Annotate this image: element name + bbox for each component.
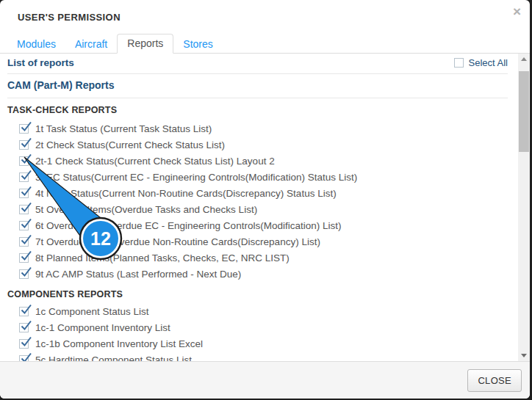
report-label: 9t AC AMP Status (Last Performed - Next … xyxy=(35,269,241,280)
tab-label: Modules xyxy=(17,38,56,50)
check-icon xyxy=(20,218,32,230)
report-checkbox[interactable] xyxy=(19,140,29,150)
check-icon xyxy=(20,250,32,262)
check-icon xyxy=(20,170,32,181)
report-row[interactable]: 9t AC AMP Status (Last Performed - Next … xyxy=(7,266,508,282)
report-label: 1t Task Status (Current Task Status List… xyxy=(35,123,212,134)
check-icon xyxy=(20,186,32,197)
report-checkbox[interactable] xyxy=(19,237,29,247)
scroll-up-button[interactable] xyxy=(518,54,530,65)
report-row[interactable]: 1c-1 Component Inventory List xyxy=(7,319,508,335)
report-checkbox[interactable] xyxy=(19,355,29,362)
check-icon xyxy=(20,266,32,278)
select-all-label: Select All xyxy=(469,57,508,68)
dialog-header: USER'S PERMISSION × xyxy=(0,0,530,35)
report-label: 1c-1 Component Inventory List xyxy=(35,322,170,333)
report-checkbox[interactable] xyxy=(19,253,29,263)
report-checkbox[interactable] xyxy=(19,156,29,166)
report-checkbox[interactable] xyxy=(19,205,29,214)
report-row[interactable]: 5c Hardtime Component Status List xyxy=(7,352,508,361)
report-checkbox[interactable] xyxy=(19,339,29,349)
report-label: 1c-1b Component Inventory List Excel xyxy=(35,338,203,349)
report-row[interactable]: 2t Check Status(Current Check Status Lis… xyxy=(7,137,508,153)
task-check-reports-title: TASK-CHECK REPORTS xyxy=(7,105,508,115)
check-icon xyxy=(20,320,32,332)
report-label: 1c Component Status List xyxy=(35,306,149,317)
dialog-title: USER'S PERMISSION xyxy=(18,12,121,23)
report-checkbox[interactable] xyxy=(19,124,29,134)
select-all[interactable]: Select All xyxy=(454,57,508,68)
report-row[interactable]: 8t Planned Items(Planned Tasks, Checks, … xyxy=(7,250,508,266)
report-label: 2t Check Status(Current Check Status Lis… xyxy=(35,139,225,150)
report-checkbox[interactable] xyxy=(19,221,29,230)
close-button[interactable]: CLOSE xyxy=(467,369,522,392)
cam-reports-title: CAM (Part-M) Reports xyxy=(7,79,114,91)
list-of-reports-title: List of reports xyxy=(7,57,74,68)
report-row[interactable]: 5t Overdue Items(Overdue Tasks and Check… xyxy=(7,201,508,217)
tab[interactable]: Modules xyxy=(7,35,65,54)
tab-bar: Modules Aircraft Reports Stores xyxy=(0,35,530,54)
check-icon xyxy=(20,137,32,149)
scroll-down-icon xyxy=(521,354,527,357)
tab[interactable]: Stores xyxy=(173,35,222,54)
report-row[interactable]: 4t NRC Status(Current Non-Routine Cards(… xyxy=(7,185,508,201)
check-icon xyxy=(20,304,32,316)
close-icon[interactable]: × xyxy=(513,4,521,18)
report-label: 4t NRC Status(Current Non-Routine Cards(… xyxy=(35,188,337,199)
check-icon xyxy=(20,352,32,362)
report-row[interactable]: 7t Overdue NRC(Overdue Non-Routine Cards… xyxy=(7,233,508,250)
tab[interactable]: Reports xyxy=(117,34,173,54)
tab-label: Stores xyxy=(183,38,212,50)
dialog-footer: CLOSE xyxy=(0,361,530,399)
group-title-row: CAM (Part-M) Reports xyxy=(7,74,508,98)
report-row[interactable]: 1c-1b Component Inventory List Excel xyxy=(7,335,508,352)
report-label: 6t Overdue EC(Overdue EC - Engineering C… xyxy=(35,220,341,231)
select-all-checkbox[interactable] xyxy=(454,58,464,68)
vertical-scrollbar[interactable] xyxy=(518,54,530,361)
report-row[interactable]: 1c Component Status List xyxy=(7,303,508,319)
scrollbar-thumb[interactable] xyxy=(519,71,529,152)
reports-panel: List of reports Select All CAM (Part-M) … xyxy=(0,54,530,361)
report-checkbox[interactable] xyxy=(19,189,29,198)
report-checkbox[interactable] xyxy=(19,269,29,279)
report-checkbox[interactable] xyxy=(19,323,29,332)
report-label: 5t Overdue Items(Overdue Tasks and Check… xyxy=(35,204,257,215)
tab-label: Reports xyxy=(127,37,163,49)
check-icon xyxy=(20,153,32,165)
report-checkbox[interactable] xyxy=(19,172,29,182)
report-label: 2t-1 Check Status(Current Check Status L… xyxy=(35,156,275,167)
users-permission-dialog: USER'S PERMISSION × Modules Aircraft Rep… xyxy=(0,0,530,399)
components-report-list: 1c Component Status List 1c-1 Component … xyxy=(7,303,508,361)
report-row[interactable]: 1t Task Status (Current Task Status List… xyxy=(7,120,508,137)
tab-label: Aircraft xyxy=(75,38,107,50)
check-icon xyxy=(20,336,32,348)
report-label: 8t Planned Items(Planned Tasks, Checks, … xyxy=(35,252,290,263)
tab[interactable]: Aircraft xyxy=(65,35,117,54)
components-reports-title: COMPONENTS REPORTS xyxy=(7,289,508,299)
scroll-down-button[interactable] xyxy=(518,350,530,361)
report-row[interactable]: 3t EC Status(Current EC - Engineering Co… xyxy=(7,169,508,185)
check-icon xyxy=(20,121,32,133)
task-check-report-list: 1t Task Status (Current Task Status List… xyxy=(7,120,508,282)
report-checkbox[interactable] xyxy=(19,307,29,316)
report-label: 3t EC Status(Current EC - Engineering Co… xyxy=(35,172,357,183)
report-row[interactable]: 6t Overdue EC(Overdue EC - Engineering C… xyxy=(7,217,508,233)
report-label: 5c Hardtime Component Status List xyxy=(35,354,192,362)
scroll-up-icon xyxy=(521,57,527,61)
report-row[interactable]: 2t-1 Check Status(Current Check Status L… xyxy=(7,153,508,169)
check-icon xyxy=(20,234,32,246)
check-icon xyxy=(20,202,32,214)
list-header-row: List of reports Select All xyxy=(7,54,508,74)
report-label: 7t Overdue NRC(Overdue Non-Routine Cards… xyxy=(35,236,320,247)
